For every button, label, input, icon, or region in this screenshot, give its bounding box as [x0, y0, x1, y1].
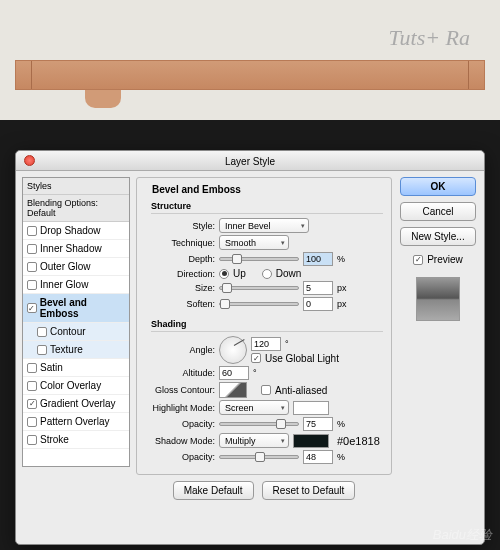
style-texture[interactable]: Texture: [23, 341, 129, 359]
angle-input[interactable]: 120: [251, 337, 281, 351]
checkbox-icon[interactable]: [27, 303, 37, 313]
action-column: OK Cancel New Style... Preview: [398, 177, 478, 538]
checkbox-icon[interactable]: [27, 399, 37, 409]
checkbox-icon[interactable]: [27, 226, 37, 236]
dialog-titlebar[interactable]: Layer Style: [16, 151, 484, 171]
checkbox-icon[interactable]: [27, 381, 37, 391]
direction-up-radio[interactable]: [219, 269, 229, 279]
bevel-fieldset: Bevel and Emboss Structure Style:Inner B…: [136, 177, 392, 475]
make-default-button[interactable]: Make Default: [173, 481, 254, 500]
style-stroke[interactable]: Stroke: [23, 431, 129, 449]
style-drop-shadow[interactable]: Drop Shadow: [23, 222, 129, 240]
shadow-hex-label: #0e1818: [337, 435, 380, 447]
gloss-contour-swatch[interactable]: [219, 382, 247, 398]
altitude-input[interactable]: 60: [219, 366, 249, 380]
wood-frame: [15, 60, 485, 90]
checkbox-icon[interactable]: [27, 435, 37, 445]
style-inner-shadow[interactable]: Inner Shadow: [23, 240, 129, 258]
depth-input[interactable]: 100: [303, 252, 333, 266]
checkbox-icon[interactable]: [27, 363, 37, 373]
style-pattern-overlay[interactable]: Pattern Overlay: [23, 413, 129, 431]
direction-down-radio[interactable]: [262, 269, 272, 279]
global-light-checkbox[interactable]: [251, 353, 261, 363]
layer-style-dialog: Layer Style Styles Blending Options: Def…: [15, 150, 485, 545]
close-icon[interactable]: [24, 155, 35, 166]
background-title: Tuts+ Ra: [389, 25, 470, 51]
background-canvas: Tuts+ Ra: [0, 0, 500, 120]
style-gradient-overlay[interactable]: Gradient Overlay: [23, 395, 129, 413]
soften-input[interactable]: 0: [303, 297, 333, 311]
ok-button[interactable]: OK: [400, 177, 476, 196]
highlight-mode-select[interactable]: Screen: [219, 400, 289, 415]
style-outer-glow[interactable]: Outer Glow: [23, 258, 129, 276]
style-satin[interactable]: Satin: [23, 359, 129, 377]
anti-alias-checkbox[interactable]: [261, 385, 271, 395]
shading-legend: Shading: [151, 319, 383, 332]
checkbox-icon[interactable]: [37, 327, 47, 337]
preview-swatch: [416, 277, 460, 321]
new-style-button[interactable]: New Style...: [400, 227, 476, 246]
checkbox-icon[interactable]: [27, 262, 37, 272]
structure-legend: Structure: [151, 201, 383, 214]
highlight-opacity-slider[interactable]: [219, 422, 299, 426]
shadow-opacity-slider[interactable]: [219, 455, 299, 459]
checkbox-icon[interactable]: [27, 244, 37, 254]
reset-default-button[interactable]: Reset to Default: [262, 481, 356, 500]
depth-slider[interactable]: [219, 257, 299, 261]
watermark: Baidu经验: [433, 526, 492, 544]
styles-header[interactable]: Styles: [23, 178, 129, 195]
size-input[interactable]: 5: [303, 281, 333, 295]
soften-slider[interactable]: [219, 302, 299, 306]
style-contour[interactable]: Contour: [23, 323, 129, 341]
shadow-mode-select[interactable]: Multiply: [219, 433, 289, 448]
checkbox-icon[interactable]: [37, 345, 47, 355]
checkbox-icon[interactable]: [27, 417, 37, 427]
bevel-legend: Bevel and Emboss: [149, 184, 244, 195]
shadow-color-swatch[interactable]: [293, 434, 329, 448]
dialog-title: Layer Style: [225, 156, 275, 167]
angle-wheel[interactable]: [219, 336, 247, 364]
styles-column: Styles Blending Options: Default Drop Sh…: [22, 177, 130, 538]
checkbox-icon[interactable]: [27, 280, 37, 290]
blending-options-header[interactable]: Blending Options: Default: [23, 195, 129, 222]
shadow-opacity-input[interactable]: 48: [303, 450, 333, 464]
styles-list: Styles Blending Options: Default Drop Sh…: [22, 177, 130, 467]
settings-column: Bevel and Emboss Structure Style:Inner B…: [136, 177, 392, 538]
cancel-button[interactable]: Cancel: [400, 202, 476, 221]
style-color-overlay[interactable]: Color Overlay: [23, 377, 129, 395]
technique-select[interactable]: Smooth: [219, 235, 289, 250]
style-select[interactable]: Inner Bevel: [219, 218, 309, 233]
style-bevel-emboss[interactable]: Bevel and Emboss: [23, 294, 129, 323]
wood-foot: [85, 90, 121, 108]
style-inner-glow[interactable]: Inner Glow: [23, 276, 129, 294]
highlight-opacity-input[interactable]: 75: [303, 417, 333, 431]
preview-checkbox[interactable]: [413, 255, 423, 265]
highlight-color-swatch[interactable]: [293, 401, 329, 415]
size-slider[interactable]: [219, 286, 299, 290]
